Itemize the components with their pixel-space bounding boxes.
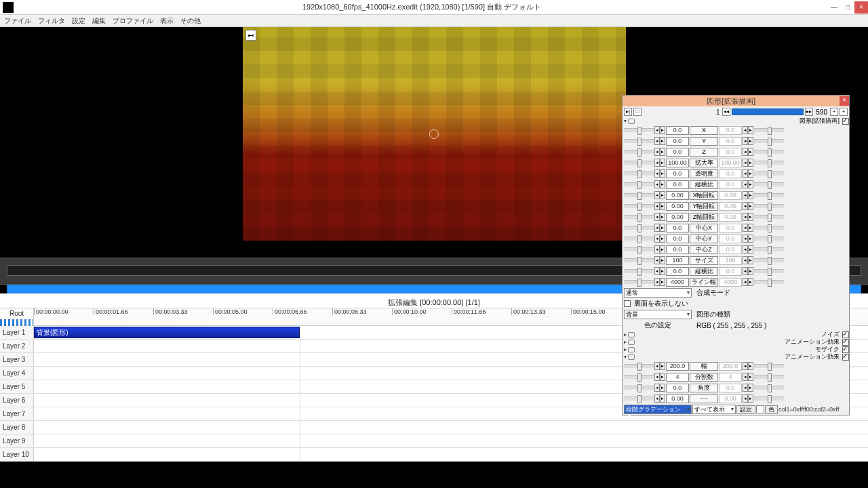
param-label[interactable]: 縦横比 [690,180,718,189]
spin-right[interactable]: ◂▸ [743,267,753,275]
layer-label[interactable]: Layer 2 [0,340,34,352]
param-value[interactable]: 0.0 [666,224,689,232]
spin-right[interactable]: ◂▸ [743,180,753,188]
param-slider[interactable] [624,193,654,197]
param-value[interactable]: 0.0 [666,384,689,392]
spin-right[interactable]: ◂▸ [743,278,753,286]
zoom-scale[interactable] [0,319,33,326]
timeline-clip[interactable]: 背景(図形) [34,327,300,338]
param-slider2[interactable] [754,226,784,230]
blend-mode-combo[interactable]: 通常 [624,288,692,298]
param-label[interactable]: 中心X [690,224,718,232]
param-slider2[interactable] [754,386,784,390]
param-label[interactable]: Z [690,148,718,157]
param-value2[interactable]: 200.0 [719,362,742,371]
menu-profile[interactable]: プロファイル [113,16,153,26]
param-slider2[interactable] [754,280,784,284]
param-slider2[interactable] [754,193,784,197]
param-label[interactable]: 幅 [690,362,718,371]
spin-left[interactable]: ◂▸ [654,362,665,370]
back-icon[interactable]: ↤ [245,30,256,41]
spin-right[interactable]: ◂▸ [743,148,753,156]
spin-left[interactable]: ◂▸ [654,148,665,156]
param-value2[interactable]: 4 [719,373,742,382]
param-slider2[interactable] [754,128,784,132]
param-value[interactable]: 0.00 [666,394,689,403]
param-slider2[interactable] [754,204,784,208]
nobg-checkbox[interactable] [624,300,631,307]
param-slider2[interactable] [754,182,784,186]
close-button[interactable]: × [854,1,868,14]
spin-right[interactable]: ◂▸ [743,224,753,232]
param-value2[interactable]: 0.0 [719,267,742,276]
param-slider[interactable] [624,247,654,251]
menu-other[interactable]: その他 [180,16,201,26]
param-value[interactable]: 4000 [666,278,689,287]
section-toggle[interactable]: ▾ 図形[拡張描画] [623,117,849,125]
param-slider[interactable] [624,139,654,143]
param-slider[interactable] [624,280,654,284]
layer-label[interactable]: Layer 5 [0,380,34,393]
layer-row[interactable]: Layer 8 [0,421,868,434]
seek-end-icon[interactable]: + [830,108,838,116]
param-value2[interactable]: 0.00 [719,191,742,200]
root-label[interactable]: Root [0,308,34,325]
color-swatch[interactable] [756,405,764,413]
param-value2[interactable]: 100 [719,256,742,265]
color-button[interactable]: 色 [765,405,778,414]
menu-view[interactable]: 表示 [160,16,174,26]
param-value2[interactable]: 0.0 [719,137,742,146]
display-combo[interactable]: すべて表示 [692,405,736,414]
param-slider[interactable] [624,226,654,230]
menu-filter[interactable]: フィルタ [38,16,65,26]
spin-left[interactable]: ◂▸ [654,384,665,392]
param-value[interactable]: 100.00 [666,159,689,167]
param-value[interactable]: 0.0 [666,180,689,189]
spin-left[interactable]: ◂▸ [654,213,665,221]
param-value2[interactable]: 0.0 [719,180,742,189]
spin-left[interactable]: ◂▸ [654,126,665,134]
param-value2[interactable]: 0.0 [719,126,742,135]
param-label[interactable]: 中心Z [690,245,718,254]
param-value[interactable]: 0.0 [666,235,689,243]
effect-enable-checkbox[interactable] [842,354,849,361]
param-value[interactable]: 0.00 [666,191,689,200]
spin-right[interactable]: ◂▸ [743,245,753,253]
param-label[interactable]: X軸回転 [690,191,718,200]
param-slider[interactable] [624,161,654,165]
spin-right[interactable]: ◂▸ [743,159,753,167]
param-value[interactable]: 0.00 [666,213,689,222]
spin-right[interactable]: ◂▸ [743,191,753,199]
param-slider[interactable] [624,171,654,176]
param-slider2[interactable] [754,269,784,273]
spin-left[interactable]: ◂▸ [654,180,665,188]
spin-right[interactable]: ◂▸ [743,235,753,243]
spin-left[interactable]: ◂▸ [654,202,665,210]
spin-left[interactable]: ◂▸ [654,267,665,275]
param-slider2[interactable] [754,150,784,154]
layer-track[interactable] [34,421,868,434]
panel-titlebar[interactable]: 図形[拡張描画] × [623,96,849,106]
spin-left[interactable]: ◂▸ [654,278,665,286]
param-value[interactable]: 0.00 [666,202,689,211]
param-slider[interactable] [624,150,654,154]
shape-type-combo[interactable]: 背景 [624,310,692,319]
param-slider[interactable] [624,269,654,273]
spin-left[interactable]: ◂▸ [654,191,665,199]
param-slider2[interactable] [754,258,784,262]
param-slider[interactable] [624,204,654,208]
param-value[interactable]: 100 [666,256,689,265]
spin-right[interactable]: ◂▸ [743,126,753,134]
param-value[interactable]: 0.0 [666,148,689,157]
param-value2[interactable]: 0.00 [719,394,742,403]
param-slider2[interactable] [754,139,784,143]
maximize-button[interactable]: □ [841,1,854,14]
minimize-button[interactable]: — [827,1,841,14]
spin-left[interactable]: ◂▸ [654,137,665,145]
param-value[interactable]: 4 [666,373,689,382]
param-slider2[interactable] [754,364,784,368]
param-slider[interactable] [624,364,654,368]
param-value[interactable]: 0.0 [666,267,689,276]
param-label[interactable]: サイズ [690,256,718,265]
param-slider[interactable] [624,182,654,186]
